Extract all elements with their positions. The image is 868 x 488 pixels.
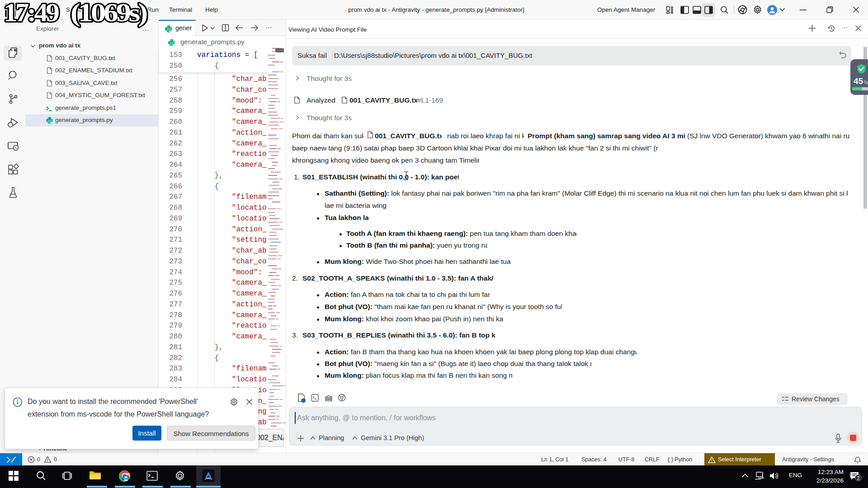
svg-text:(1069s): (1069s)	[71, 0, 147, 27]
svg-text:17:49: 17:49	[4, 0, 59, 27]
